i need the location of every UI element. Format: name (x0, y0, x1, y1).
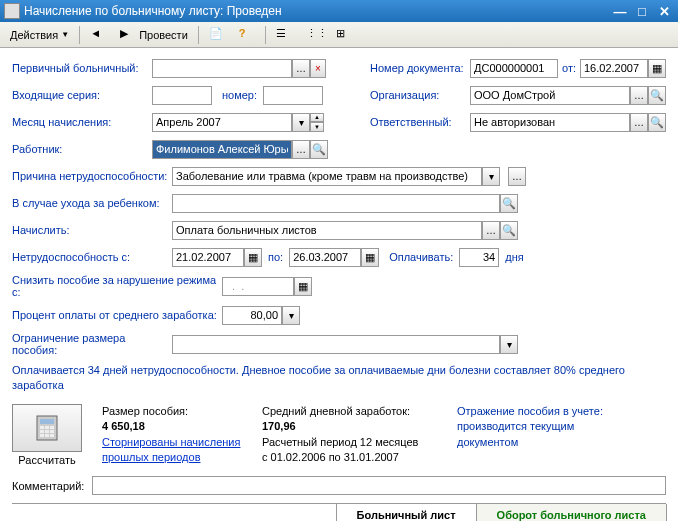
svg-rect-7 (50, 430, 54, 433)
reason-dropdown[interactable]: ▾ (482, 167, 500, 186)
days-label: дня (505, 251, 523, 263)
org-lookup[interactable]: … (630, 86, 648, 105)
limit-dropdown[interactable]: ▾ (500, 335, 518, 354)
minimize-button[interactable]: ― (610, 3, 630, 19)
month-label: Месяц начисления: (12, 116, 152, 128)
close-button[interactable]: ✕ (654, 3, 674, 19)
resp-input[interactable] (470, 113, 630, 132)
accrue-lookup[interactable]: … (482, 221, 500, 240)
accrue-label: Начислить: (12, 224, 172, 236)
period-text2: с 01.02.2006 по 31.01.2007 (262, 450, 437, 465)
resp-search[interactable]: 🔍 (648, 113, 666, 132)
tb-icon-tree[interactable]: ⊞ (330, 25, 358, 45)
primary-input[interactable] (152, 59, 292, 78)
percent-dropdown[interactable]: ▾ (282, 306, 300, 325)
storno-link[interactable]: Сторнированы начисления прошлых периодов (102, 435, 242, 466)
maximize-button[interactable]: □ (632, 3, 652, 19)
avg-daily-label: Средний дневной заработок: (262, 404, 437, 419)
disab-from-input[interactable] (172, 248, 244, 267)
tab-turnover[interactable]: Оборот больничного листаРасчет, отражени… (476, 504, 667, 521)
pay-label: Оплачивать: (389, 251, 453, 263)
tb-icon-1[interactable]: 📄 (203, 25, 231, 45)
play-icon: ▶ (120, 27, 136, 43)
series-input[interactable] (152, 86, 212, 105)
percent-label: Процент оплаты от среднего заработка: (12, 309, 222, 321)
worker-search[interactable]: 🔍 (310, 140, 328, 159)
primary-lookup[interactable]: … (292, 59, 310, 78)
avg-daily-value: 170,96 (262, 419, 437, 434)
tb-icon-list2[interactable]: ⋮⋮ (300, 25, 328, 45)
org-label: Организация: (370, 89, 470, 101)
from-date-picker[interactable]: ▦ (648, 59, 666, 78)
svg-rect-3 (45, 426, 49, 429)
svg-rect-8 (40, 434, 44, 437)
run-button[interactable]: ▶Провести (114, 25, 194, 45)
month-dropdown[interactable]: ▾ (292, 113, 310, 132)
from-date-input[interactable] (580, 59, 648, 78)
from-label: от: (562, 62, 576, 74)
svg-rect-10 (50, 434, 54, 437)
comment-label: Комментарий: (12, 480, 92, 492)
reduce-label: Снизить пособие за нарушение режима с: (12, 274, 222, 298)
series-label: Входящие серия: (12, 89, 152, 101)
back-button[interactable]: ◄ (84, 25, 112, 45)
number-input[interactable] (263, 86, 323, 105)
svg-rect-2 (40, 426, 44, 429)
tab-sick-leave[interactable]: Больничный листУсловия, показатели (336, 504, 477, 521)
worker-label: Работник: (12, 143, 152, 155)
doc-icon: 📄 (209, 27, 225, 43)
actions-menu[interactable]: Действия ▼ (4, 25, 75, 45)
benefit-size-label: Размер пособия: (102, 404, 242, 419)
comment-input[interactable] (92, 476, 666, 495)
primary-clear[interactable]: × (310, 59, 326, 78)
reduce-input[interactable] (222, 277, 294, 296)
child-label: В случае ухода за ребенком: (12, 197, 172, 209)
org-input[interactable] (470, 86, 630, 105)
disab-to-picker[interactable]: ▦ (361, 248, 379, 267)
svg-rect-9 (45, 434, 49, 437)
disab-from-picker[interactable]: ▦ (244, 248, 262, 267)
list2-icon: ⋮⋮ (306, 27, 322, 43)
calculator-icon (31, 412, 63, 444)
worker-lookup[interactable]: … (292, 140, 310, 159)
arrow-left-icon: ◄ (90, 27, 106, 43)
benefit-size-value: 4 650,18 (102, 419, 242, 434)
reflection-text: производится текущим документом (457, 419, 617, 450)
resp-lookup[interactable]: … (630, 113, 648, 132)
reason-extra[interactable]: … (508, 167, 526, 186)
child-search[interactable]: 🔍 (500, 194, 518, 213)
help-icon: ? (239, 27, 255, 43)
window-title: Начисление по больничному листу: Проведе… (24, 4, 608, 18)
worker-input[interactable] (152, 140, 292, 159)
child-input[interactable] (172, 194, 500, 213)
accrue-search[interactable]: 🔍 (500, 221, 518, 240)
disab-from-label: Нетрудоспособность с: (12, 251, 172, 263)
svg-rect-6 (45, 430, 49, 433)
resp-label: Ответственный: (370, 116, 470, 128)
tb-icon-list1[interactable]: ☰ (270, 25, 298, 45)
svg-rect-1 (40, 419, 54, 424)
reduce-picker[interactable]: ▦ (294, 277, 312, 296)
pay-days-input[interactable] (459, 248, 499, 267)
accrue-input[interactable] (172, 221, 482, 240)
month-spinner[interactable]: ▲▼ (310, 113, 324, 132)
org-search[interactable]: 🔍 (648, 86, 666, 105)
limit-label: Ограничение размера пособия: (12, 332, 172, 356)
primary-label: Первичный больничный: (12, 62, 152, 74)
calculate-button[interactable] (12, 404, 82, 452)
disab-to-input[interactable] (289, 248, 361, 267)
tb-icon-help[interactable]: ? (233, 25, 261, 45)
period-text1: Расчетный период 12 месяцев (262, 435, 437, 450)
svg-rect-4 (50, 426, 54, 429)
month-input[interactable] (152, 113, 292, 132)
limit-input[interactable] (172, 335, 500, 354)
percent-input[interactable] (222, 306, 282, 325)
tree-icon: ⊞ (336, 27, 352, 43)
reason-input[interactable] (172, 167, 482, 186)
svg-rect-5 (40, 430, 44, 433)
reason-label: Причина нетрудоспособности: (12, 170, 172, 182)
docnum-input[interactable] (470, 59, 558, 78)
list-icon: ☰ (276, 27, 292, 43)
number-label: номер: (222, 89, 257, 101)
to-label: по: (268, 251, 283, 263)
